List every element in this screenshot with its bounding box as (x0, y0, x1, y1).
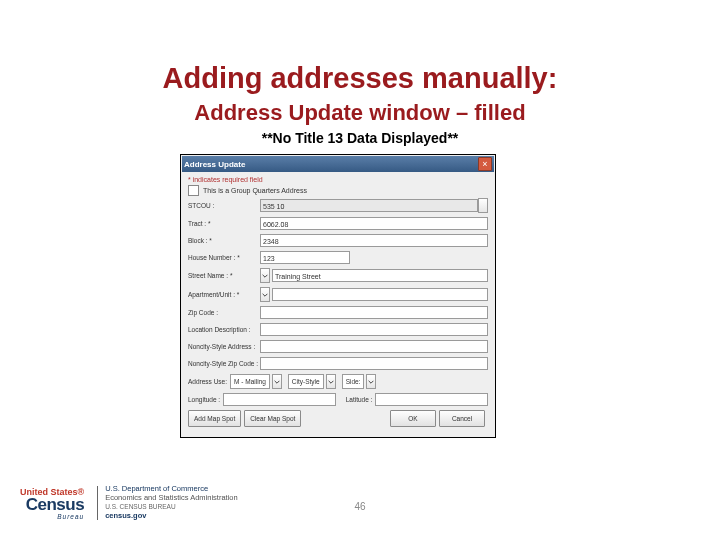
zip-field[interactable] (260, 306, 488, 319)
zip-label: Zip Code : (188, 309, 260, 316)
stcou-spinner[interactable] (478, 198, 488, 213)
tract-field[interactable]: 6062.08 (260, 217, 488, 230)
block-label: Block : * (188, 237, 260, 244)
stcou-field: 535 10 (260, 199, 478, 212)
slide-subtitle: Address Update window – filled (0, 100, 720, 126)
logo-bureau: Bureau (57, 513, 84, 520)
apt-field[interactable] (272, 288, 488, 301)
ok-button[interactable]: OK (390, 410, 436, 427)
apt-dropdown[interactable] (260, 287, 270, 302)
addruse-side[interactable]: Side: (342, 374, 365, 389)
page-number: 46 (0, 501, 720, 512)
tract-label: Tract : * (188, 220, 260, 227)
addruse-label: Address Use: (188, 378, 227, 385)
address-update-window: Address Update × * indicates required fi… (180, 154, 496, 438)
nonzip-field[interactable] (260, 357, 488, 370)
street-field[interactable]: Training Street (272, 269, 488, 282)
nonstyle-field[interactable] (260, 340, 488, 353)
street-label: Street Name : * (188, 272, 260, 279)
latitude-label: Latitude : (346, 396, 373, 403)
close-icon[interactable]: × (478, 157, 492, 171)
window-titlebar: Address Update × (182, 156, 494, 172)
cancel-button[interactable]: Cancel (439, 410, 485, 427)
window-title: Address Update (184, 160, 245, 169)
addruse-side-dropdown[interactable] (366, 374, 376, 389)
latitude-field[interactable] (375, 393, 488, 406)
houseno-field[interactable]: 123 (260, 251, 350, 264)
locdesc-label: Location Description : (188, 326, 260, 333)
group-quarters-checkbox[interactable] (188, 185, 199, 196)
addruse-mailing-dropdown[interactable] (272, 374, 282, 389)
block-field[interactable]: 2348 (260, 234, 488, 247)
required-hint: * indicates required field (188, 176, 488, 183)
apt-label: Apartment/Unit : * (188, 291, 260, 298)
addruse-citystyle-dropdown[interactable] (326, 374, 336, 389)
nonzip-label: Noncity-Style Zip Code : (188, 360, 260, 367)
addruse-mailing[interactable]: M - Mailing (230, 374, 270, 389)
street-dropdown[interactable] (260, 268, 270, 283)
dept-line4: census.gov (105, 511, 238, 520)
locdesc-field[interactable] (260, 323, 488, 336)
nonstyle-label: Noncity-Style Address : (188, 343, 260, 350)
slide-note: **No Title 13 Data Displayed** (0, 130, 720, 146)
add-map-spot-button[interactable]: Add Map Spot (188, 410, 241, 427)
longitude-field[interactable] (223, 393, 336, 406)
stcou-label: STCOU : (188, 202, 260, 209)
longitude-label: Longitude : (188, 396, 220, 403)
dept-line1: U.S. Department of Commerce (105, 484, 238, 493)
addruse-citystyle[interactable]: City-Style (288, 374, 324, 389)
slide-title: Adding addresses manually: (0, 62, 720, 95)
group-quarters-label: This is a Group Quarters Address (203, 187, 307, 194)
houseno-label: House Number : * (188, 254, 260, 261)
clear-map-spot-button[interactable]: Clear Map Spot (244, 410, 301, 427)
